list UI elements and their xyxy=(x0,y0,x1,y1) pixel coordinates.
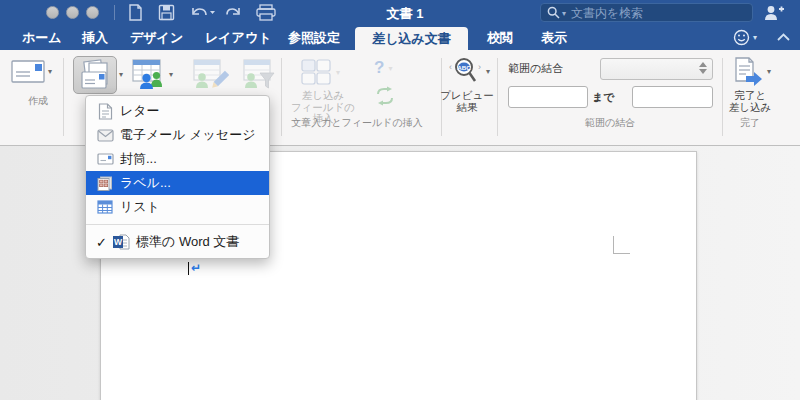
select-recipients-button[interactable]: ▾ xyxy=(132,58,173,90)
minimize-window-button[interactable] xyxy=(66,6,79,19)
menu-item-envelopes[interactable]: 封筒... xyxy=(86,147,269,171)
titlebar-divider xyxy=(114,5,115,20)
update-labels-icon xyxy=(374,86,396,106)
preview-magnifier-abc-icon: ‹ › ABC xyxy=(449,57,483,87)
menu-item-label: 封筒... xyxy=(120,150,157,168)
svg-text:‹: ‹ xyxy=(449,62,452,72)
smiley-caret: ▾ xyxy=(753,33,757,42)
finish-merge-icon xyxy=(732,57,764,87)
tab-layout[interactable]: レイアウト xyxy=(205,29,272,47)
tab-insert[interactable]: 挿入 xyxy=(82,29,108,47)
rules-button: ? ▾ xyxy=(374,58,392,78)
svg-text:ABC: ABC xyxy=(457,64,471,71)
menu-item-letters[interactable]: レター xyxy=(86,99,269,123)
menu-separator xyxy=(86,224,269,225)
preview-results-caret: ▾ xyxy=(486,67,490,87)
search-icon xyxy=(547,6,560,19)
menu-item-label: レター xyxy=(120,102,160,120)
create-group-label: 作成 xyxy=(14,94,62,108)
titlebar: 文書 1 ▾ xyxy=(0,0,800,25)
share-person-add-icon[interactable] xyxy=(763,5,785,21)
tab-review[interactable]: 校閲 xyxy=(487,29,513,47)
new-document-icon[interactable] xyxy=(127,4,144,21)
edit-recipient-list-button xyxy=(193,58,229,94)
ribbon-tab-bar: ホーム 挿入 デザイン レイアウト 参照設定 差し込み文書 校閲 表示 ▾ xyxy=(0,25,800,50)
write-insert-group-label: 文章入力とフィールドの挿入 xyxy=(287,116,427,130)
smiley-icon xyxy=(733,29,750,46)
feedback-smiley-button[interactable]: ▾ xyxy=(733,29,757,46)
list-icon xyxy=(96,200,114,214)
merge-range-to-label: まで xyxy=(592,90,615,105)
zoom-window-button[interactable] xyxy=(86,6,99,19)
checkmark-icon: ✓ xyxy=(96,235,110,250)
search-scope-caret[interactable]: ▾ xyxy=(562,9,566,18)
insert-merge-field-button: ▾ xyxy=(300,58,340,86)
select-recipients-caret: ▾ xyxy=(169,70,173,90)
start-mail-merge-caret[interactable]: ▾ xyxy=(119,70,123,79)
search-input[interactable] xyxy=(571,6,721,20)
collapse-ribbon-icon[interactable] xyxy=(776,32,791,42)
tab-mailings-active[interactable]: 差し込み文書 xyxy=(355,27,468,50)
menu-item-email-messages[interactable]: 電子メール メッセージ xyxy=(86,123,269,147)
envelope-icon xyxy=(96,153,114,165)
menu-item-label: 電子メール メッセージ xyxy=(120,126,255,144)
insert-merge-field-caret: ▾ xyxy=(336,68,340,86)
letter-icon xyxy=(96,103,114,120)
finish-merge-caret: ▾ xyxy=(767,67,771,87)
email-icon xyxy=(96,129,114,142)
filter-recipients-icon xyxy=(243,58,277,90)
preview-results-label: プレビュー 結果 xyxy=(438,90,496,113)
envelope-icon xyxy=(10,58,48,86)
recipients-table-people-icon xyxy=(132,58,166,90)
start-mail-merge-button[interactable] xyxy=(73,56,117,94)
menu-item-label: ラベル... xyxy=(120,174,171,192)
save-icon[interactable] xyxy=(158,4,175,21)
menu-item-label: 標準の Word 文書 xyxy=(136,233,239,251)
merge-range-header-label: 範囲の結合 xyxy=(508,61,563,76)
create-envelope-button[interactable]: ▾ xyxy=(10,58,52,86)
stepper-icon[interactable] xyxy=(699,62,707,74)
svg-text:W: W xyxy=(114,237,123,247)
menu-item-directory[interactable]: リスト xyxy=(86,195,269,219)
group-separator xyxy=(63,58,64,136)
update-labels-button xyxy=(374,86,396,110)
finish-group-label: 完了 xyxy=(726,116,774,130)
tab-home[interactable]: ホーム xyxy=(22,29,62,47)
margin-corner-mark xyxy=(613,236,630,254)
close-window-button[interactable] xyxy=(46,6,59,19)
create-caret: ▾ xyxy=(48,67,52,76)
menu-item-labels-highlighted[interactable]: ラベル... xyxy=(86,171,269,195)
redo-icon[interactable] xyxy=(226,4,243,21)
mail-merge-documents-icon xyxy=(78,59,112,91)
tab-design[interactable]: デザイン xyxy=(130,29,183,47)
start-mail-merge-menu: レター 電子メール メッセージ 封筒... xyxy=(85,95,270,259)
window-title: 文書 1 xyxy=(330,5,480,23)
tab-references[interactable]: 参照設定 xyxy=(288,29,340,47)
edit-recipients-icon xyxy=(193,58,229,90)
svg-text:›: › xyxy=(478,62,481,72)
menu-item-normal-word-document[interactable]: ✓ W 標準の Word 文書 xyxy=(86,230,269,254)
group-separator xyxy=(281,58,282,136)
merge-range-from-input[interactable] xyxy=(508,86,588,108)
menu-item-label: リスト xyxy=(120,198,160,216)
group-separator xyxy=(722,58,723,136)
text-cursor xyxy=(188,262,189,275)
merge-range-group-label: 範囲の結合 xyxy=(540,116,680,130)
rules-caret: ▾ xyxy=(388,64,392,78)
merge-range-to-input[interactable] xyxy=(632,86,713,108)
undo-icon[interactable] xyxy=(189,4,215,21)
insert-merge-field-icon xyxy=(300,58,332,86)
labels-icon xyxy=(96,176,114,191)
rules-question-icon: ? xyxy=(374,58,384,78)
print-icon[interactable] xyxy=(255,4,277,22)
word-window: 文書 1 ▾ ホーム 挿入 デザイン レイアウト 参照設定 差し込み文書 校閲 … xyxy=(0,0,800,400)
finish-merge-label: 完了と 差し込み xyxy=(726,90,774,113)
group-separator xyxy=(497,58,498,136)
filter-recipients-button xyxy=(243,58,277,94)
search-field[interactable]: ▾ xyxy=(540,3,753,22)
tab-view[interactable]: 表示 xyxy=(541,29,567,47)
paragraph-mark: ↵ xyxy=(191,261,201,275)
preview-results-button[interactable]: ‹ › ABC ▾ xyxy=(449,57,490,87)
merge-range-combobox[interactable] xyxy=(600,58,713,80)
finish-merge-button[interactable]: ▾ xyxy=(732,57,771,87)
